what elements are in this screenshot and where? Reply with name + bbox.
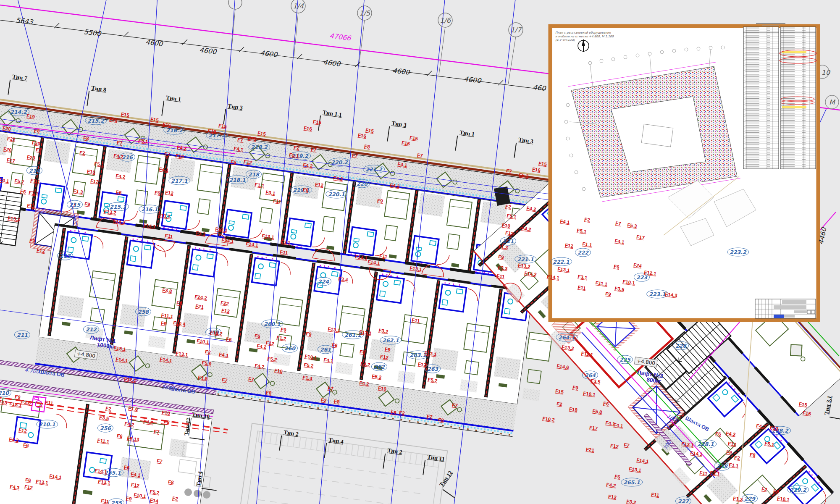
inset-title-line2: и мебели на отметке +4.800, М 1:100 — [555, 35, 614, 38]
floor-plan-canvas[interactable]: План с расстановкой оборудования и мебел… — [0, 0, 840, 504]
inset-title-line1: План с расстановкой оборудования — [555, 31, 611, 34]
plan-drawing — [0, 0, 840, 504]
inset-title-line3: (4-7 этажей) — [555, 39, 575, 42]
overview-inset — [550, 23, 818, 320]
